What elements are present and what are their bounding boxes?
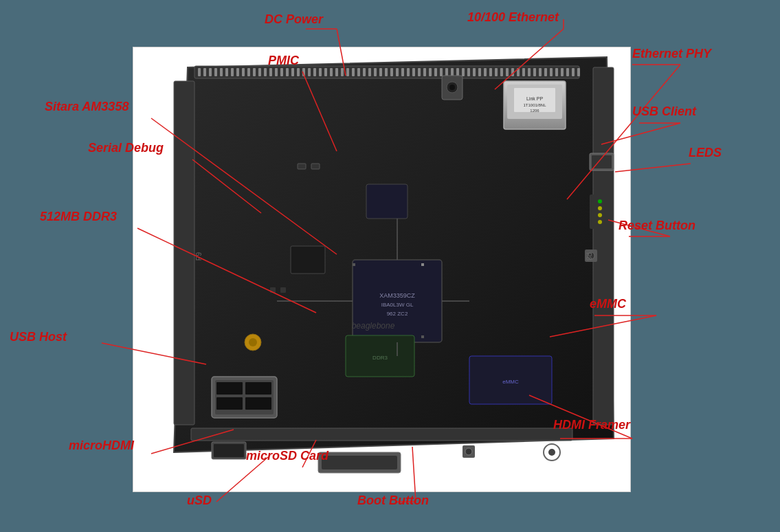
svg-rect-6	[203, 68, 206, 76]
svg-rect-112	[245, 397, 271, 410]
svg-rect-64	[522, 68, 525, 76]
svg-rect-28	[324, 68, 327, 76]
svg-rect-66	[533, 68, 536, 76]
svg-text:Link PP: Link PP	[526, 96, 543, 101]
label-boot-button: Boot Button	[357, 494, 429, 508]
svg-rect-41	[396, 68, 399, 76]
label-leds: LEDS	[689, 146, 722, 160]
svg-rect-27	[319, 68, 322, 76]
svg-text:P8: P8	[585, 252, 592, 261]
svg-rect-73	[572, 68, 575, 76]
label-usb-client: USB Client	[632, 104, 696, 119]
svg-rect-23	[297, 68, 300, 76]
svg-rect-59	[495, 68, 498, 76]
label-dc-power: DC Power	[265, 12, 323, 27]
svg-rect-100	[421, 263, 424, 266]
svg-rect-11	[231, 68, 234, 76]
svg-text:eMMC: eMMC	[502, 379, 519, 385]
svg-rect-53	[462, 68, 465, 76]
svg-rect-102	[421, 335, 424, 338]
svg-rect-72	[566, 68, 569, 76]
label-usb-host: USB Host	[10, 330, 67, 344]
svg-rect-50	[445, 68, 448, 76]
svg-rect-65	[528, 68, 531, 76]
svg-rect-33	[352, 68, 355, 76]
svg-rect-22	[291, 68, 294, 76]
label-hdmi-framer: HDMI Framer	[553, 418, 630, 432]
label-microhdmi: microHDMI	[69, 439, 134, 453]
svg-rect-43	[407, 68, 410, 76]
svg-rect-9	[220, 68, 223, 76]
svg-rect-68	[544, 68, 547, 76]
svg-rect-29	[330, 68, 333, 76]
svg-rect-46	[423, 68, 426, 76]
svg-rect-39	[385, 68, 388, 76]
svg-rect-110	[216, 397, 243, 410]
label-usd: uSD	[187, 494, 212, 508]
svg-rect-31	[341, 68, 344, 76]
svg-rect-74	[577, 68, 580, 76]
svg-rect-116	[322, 456, 397, 469]
svg-rect-34	[357, 68, 360, 76]
svg-rect-24	[302, 68, 305, 76]
svg-rect-69	[550, 68, 553, 76]
svg-rect-105	[366, 184, 408, 219]
svg-text:1206: 1206	[530, 109, 539, 113]
svg-rect-8	[214, 68, 217, 76]
svg-rect-15	[253, 68, 256, 76]
svg-point-83	[449, 85, 455, 90]
svg-rect-20	[280, 68, 283, 76]
svg-rect-45	[418, 68, 421, 76]
label-reset-button: Reset Button	[619, 219, 695, 233]
label-ddr3: 512MB DDR3	[40, 210, 117, 224]
svg-rect-57	[484, 68, 487, 76]
svg-rect-4	[593, 67, 614, 425]
svg-rect-42	[401, 68, 404, 76]
svg-point-118	[465, 448, 472, 455]
svg-rect-49	[440, 68, 443, 76]
svg-rect-44	[412, 68, 415, 76]
svg-rect-2	[191, 428, 572, 441]
svg-rect-124	[280, 287, 286, 293]
svg-rect-7	[209, 68, 212, 76]
svg-rect-55	[473, 68, 476, 76]
svg-rect-19	[275, 68, 278, 76]
svg-rect-26	[313, 68, 316, 76]
svg-rect-122	[311, 164, 320, 169]
svg-point-87	[598, 199, 602, 203]
svg-rect-10	[225, 68, 228, 76]
label-ethernet-100: 10/100 Ethernet	[467, 10, 559, 25]
svg-rect-51	[451, 68, 454, 76]
svg-text:XAM3359CZ: XAM3359CZ	[379, 292, 415, 299]
svg-text:DDR3: DDR3	[372, 355, 388, 361]
svg-rect-13	[242, 68, 245, 76]
svg-rect-32	[346, 68, 349, 76]
svg-point-120	[548, 449, 555, 456]
svg-rect-16	[258, 68, 261, 76]
svg-rect-109	[216, 382, 243, 395]
svg-rect-127	[291, 246, 325, 274]
svg-rect-30	[335, 68, 338, 76]
svg-rect-85	[592, 155, 612, 168]
svg-rect-25	[308, 68, 311, 76]
svg-text:962  ZC2: 962 ZC2	[387, 311, 408, 317]
label-emmc: eMMC	[590, 297, 626, 311]
svg-rect-121	[298, 164, 306, 169]
svg-rect-48	[434, 68, 437, 76]
svg-rect-114	[214, 444, 244, 457]
svg-rect-56	[478, 68, 481, 76]
label-serial-debug: Serial Debug	[88, 141, 164, 155]
svg-rect-17	[264, 68, 267, 76]
svg-point-89	[598, 213, 602, 217]
svg-text:1T1001/8NL: 1T1001/8NL	[523, 103, 546, 107]
label-ethernet-phy: Ethernet PHY	[632, 47, 711, 61]
svg-rect-71	[561, 68, 564, 76]
svg-point-90	[598, 220, 602, 224]
svg-rect-62	[511, 68, 514, 76]
svg-rect-99	[353, 263, 355, 266]
label-microsd-card: microSD Card	[246, 449, 328, 463]
svg-text:P9: P9	[195, 252, 203, 261]
svg-rect-40	[390, 68, 393, 76]
svg-rect-70	[555, 68, 558, 76]
svg-rect-54	[467, 68, 470, 76]
